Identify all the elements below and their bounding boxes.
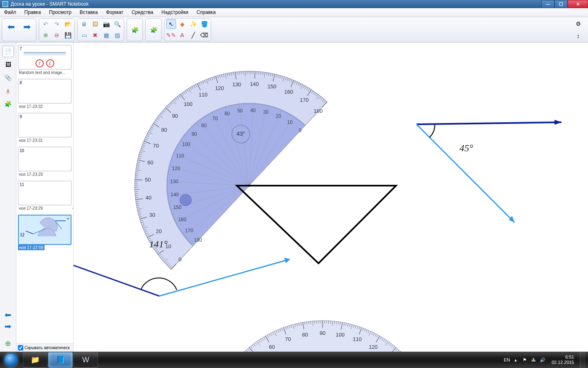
nav-back-button[interactable]: ⬅ [4,20,18,34]
protractor-1[interactable]: 0180101702016030150401405013060120701108… [127,55,380,308]
gallery-tab[interactable]: 🖼 [2,59,14,70]
svg-text:70: 70 [212,116,218,121]
page-thumbnail[interactable]: 10 [18,147,71,171]
minimize-button[interactable]: — [541,0,555,8]
page-number: 12 [20,233,24,237]
puzzle-button[interactable]: 🧩 [147,24,160,36]
svg-text:60: 60 [147,159,153,166]
tray-up-icon[interactable]: ▴ [512,357,519,363]
text-tool[interactable]: A [177,30,187,40]
redo-button[interactable]: ↷ [52,19,62,29]
properties-tab[interactable]: A [2,85,14,96]
page-thumbnail[interactable]: 8 [18,79,71,103]
shape-recognition-tool[interactable]: ◆ [177,19,187,29]
table-button[interactable]: ▦ [101,30,111,40]
svg-text:180: 180 [194,237,202,243]
add-page-button[interactable]: ⊕ [3,339,13,348]
protractor-2[interactable]: 0180101702016030150401405013060120701108… [200,272,453,352]
language-indicator[interactable]: EN [504,357,510,362]
svg-text:90: 90 [192,131,197,137]
panel-prev-button[interactable]: ⬅ [3,310,13,320]
svg-text:90: 90 [320,330,325,336]
auto-hide-checkbox[interactable] [18,345,23,350]
page-thumbnail[interactable]: 9 [18,113,71,137]
undo-button[interactable]: ↶ [41,19,51,29]
settings-button[interactable]: ⚙ [573,19,583,29]
taskbar-explorer[interactable]: 📁 [23,352,47,368]
show-desktop-button[interactable]: ▭ [79,30,89,40]
maximize-button[interactable]: ☐ [555,0,568,8]
svg-text:90: 90 [172,113,178,119]
svg-text:120: 120 [369,344,378,350]
new-page-button[interactable]: ⊕ [41,30,51,40]
taskbar-word[interactable]: W [74,352,98,368]
svg-text:60: 60 [269,344,275,350]
auto-hide-label: Скрывать автоматическ [24,346,70,350]
tray-flag-icon[interactable]: ⚑ [521,357,528,363]
taskbar-clock[interactable]: 6:51 02.12.2015 [548,355,577,365]
menu-bar: Файл Правка Просмотр Вставка Формат Сред… [0,8,588,17]
addons-tab[interactable]: 🧩 [2,98,14,110]
screen-capture-button[interactable]: 🖥 [79,19,89,29]
app-icon [2,1,8,7]
menu-help[interactable]: Справка [192,8,220,17]
page-sorter-tab[interactable]: 📄 [2,46,14,57]
move-toolbar-button[interactable]: ↕ [573,31,583,41]
page-label: ноя 17-23:31 [18,138,71,143]
tray-network-icon[interactable]: 🖧 [530,357,537,363]
svg-text:180: 180 [314,108,323,114]
svg-text:50: 50 [237,108,243,114]
select-tool[interactable]: ↖ [166,19,176,29]
thumb-dropdown-icon[interactable]: ▾ [67,216,69,221]
close-button[interactable]: ✕ [568,0,588,8]
page-number: 8 [20,81,22,85]
panel-next-button[interactable]: ➡ [3,321,13,331]
menu-file[interactable]: Файл [0,8,20,17]
page-thumbnail[interactable]: 7 f£ [18,45,71,70]
pens-tool[interactable]: ✎✎ [166,30,176,40]
menu-edit[interactable]: Правка [20,8,45,17]
canvas-area[interactable]: 0180101702016030150401405013060120701108… [74,43,588,352]
save-button[interactable]: 💾 [63,30,73,40]
menu-view[interactable]: Просмотр [45,8,76,17]
show-desktop-button[interactable] [580,352,586,368]
magic-pen-tool[interactable]: ✨ [188,19,198,29]
nav-forward-button[interactable]: ➡ [20,20,34,34]
delete-button[interactable]: ✖ [90,30,100,40]
svg-text:120: 120 [215,85,224,91]
eraser-tool[interactable]: ⌫ [199,30,209,40]
page-number: 10 [20,148,24,153]
svg-line-2 [26,231,33,234]
svg-text:30: 30 [149,212,155,218]
svg-text:80: 80 [201,123,207,128]
svg-text:170: 170 [300,97,309,103]
tray-volume-icon[interactable]: 🔊 [539,357,546,363]
attachments-tab[interactable]: 📎 [2,72,14,83]
delete-page-button[interactable]: ⊖ [52,30,62,40]
line-tool[interactable]: ╱ [188,30,198,40]
auto-hide-row: Скрывать автоматическ [16,343,73,352]
fill-tool[interactable]: 🪣 [199,19,209,29]
svg-text:130: 130 [170,179,178,184]
window-title: Доска на уроке - SMART Notebook [11,1,89,7]
screen-shade-button[interactable]: ▨ [112,30,122,40]
page-thumbnail[interactable]: 11 [18,181,71,205]
side-tab-bar: 📄 🖼 📎 A 🧩 ⬅ ➡ ⊕ [0,43,16,352]
addon-button[interactable]: 🧩 [129,24,141,36]
panel-collapse-handle[interactable]: ↔ [69,204,74,212]
menu-insert[interactable]: Вставка [76,8,102,17]
menu-addons[interactable]: Надстройки [157,8,192,17]
search-button[interactable]: 🔍 [112,19,122,29]
taskbar-smart-notebook[interactable]: 📘 [48,352,73,368]
svg-text:160: 160 [284,89,293,95]
menu-tools[interactable]: Средства [127,8,157,17]
menu-format[interactable]: Формат [102,8,127,17]
start-button[interactable] [0,352,22,368]
document-camera-button[interactable]: 📷 [101,19,111,29]
page-number: 11 [20,182,24,187]
page-thumbnail[interactable]: 12 ▾ [18,215,71,245]
insert-image-button[interactable]: 🖼 [90,19,100,29]
svg-text:140: 140 [250,81,259,87]
svg-text:170: 170 [185,228,193,233]
open-button[interactable]: 📂 [63,19,73,29]
